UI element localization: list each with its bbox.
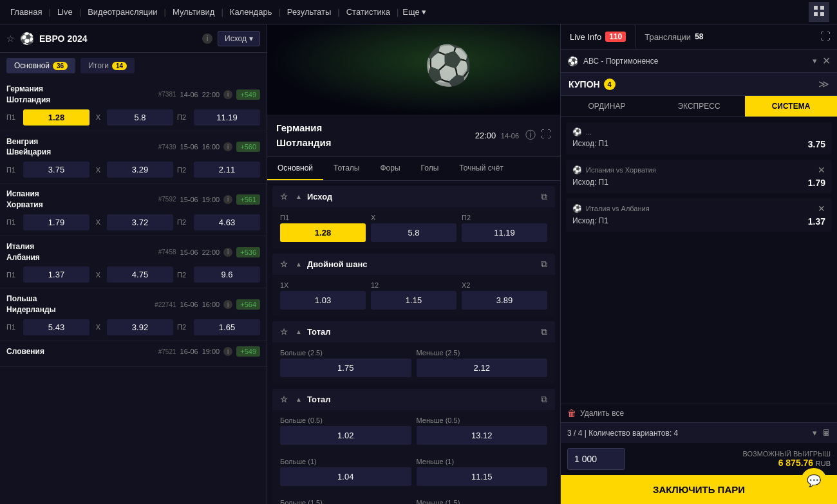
delete-all-button[interactable]: 🗑 Удалить все <box>561 404 837 422</box>
market-header[interactable]: ☆ ▲ Двойной шанс ⧉ <box>272 254 555 275</box>
market-odd-button[interactable]: 11.19 <box>462 223 547 242</box>
market-star-icon[interactable]: ☆ <box>280 327 288 337</box>
tab-main[interactable]: Основной 36 <box>6 58 75 73</box>
svg-rect-3 <box>820 12 824 16</box>
odd-p2[interactable]: 11.19 <box>194 109 260 126</box>
odd-p1[interactable]: 1.37 <box>23 266 89 283</box>
market-tab-exact[interactable]: Точный счёт <box>449 157 514 180</box>
team-close-icon[interactable]: ✕ <box>822 55 831 67</box>
market-odd-button[interactable]: 1.02 <box>280 426 411 445</box>
nav-multivid[interactable]: Мультивид <box>170 7 218 17</box>
event-plus-badge[interactable]: +549 <box>236 89 260 100</box>
odd-p1[interactable]: 5.43 <box>23 319 89 335</box>
market-copy-icon[interactable]: ⧉ <box>541 259 547 270</box>
nav-sep-4: | <box>221 7 223 17</box>
team-selector[interactable]: ⚽ АВС - Портимоненсе ▾ ✕ <box>561 50 837 73</box>
market-odd-button[interactable]: 2.12 <box>417 359 548 377</box>
bet-ball-icon: ⚽ <box>572 165 582 174</box>
market-copy-icon[interactable]: ⧉ <box>541 326 547 337</box>
odd-x[interactable]: 3.29 <box>107 162 173 178</box>
market-odd-button[interactable]: 3.89 <box>462 291 547 310</box>
expand-icon[interactable]: ⛶ <box>541 129 551 142</box>
info-icon[interactable]: i <box>202 33 212 44</box>
coupon-collapse-icon[interactable]: ≫ <box>818 78 829 90</box>
bet-type-system[interactable]: СИСТЕМА <box>745 96 837 117</box>
market-copy-icon[interactable]: ⧉ <box>541 394 547 405</box>
system-dropdown-icon[interactable]: ▾ <box>813 428 817 438</box>
nav-video[interactable]: Видеотрансляции <box>85 7 160 17</box>
odd-x[interactable]: 5.8 <box>107 109 173 126</box>
event-plus-badge[interactable]: +560 <box>236 142 260 152</box>
odd-p1[interactable]: 1.79 <box>23 214 89 230</box>
place-bet-button[interactable]: ЗАКЛЮЧИТЬ ПАРИ <box>561 475 837 504</box>
live-info-button[interactable]: Live Info 110 <box>561 25 635 48</box>
odd-p2[interactable]: 4.63 <box>194 214 260 230</box>
team-chevron-icon[interactable]: ▾ <box>813 56 817 66</box>
market-header[interactable]: ☆ ▲ Тотал ⧉ <box>272 321 555 342</box>
market-star-icon[interactable]: ☆ <box>280 259 288 269</box>
market-odd-button[interactable]: 1.15 <box>371 291 456 310</box>
stake-input[interactable] <box>567 448 625 470</box>
odd-p2[interactable]: 9.6 <box>194 266 260 283</box>
odd-x[interactable]: 4.75 <box>107 266 173 283</box>
market-odd-button[interactable]: 5.8 <box>371 223 456 242</box>
bet-close-icon[interactable]: ✕ <box>818 203 825 214</box>
market-tab-goals[interactable]: Голы <box>411 157 449 180</box>
market-block: ☆ ▲ Тотал ⧉ Больше (2.5) 1.75 Меньше (2.… <box>272 321 555 384</box>
market-odd-button[interactable]: 1.28 <box>280 223 366 242</box>
odd-p1[interactable]: 1.28 <box>23 109 89 126</box>
event-info-icon[interactable]: i <box>223 300 232 309</box>
chat-fab-button[interactable]: 💬 <box>801 468 827 494</box>
bet-ball-icon: ⚽ <box>572 127 582 136</box>
odd-x[interactable]: 3.92 <box>107 319 173 335</box>
odd-p2[interactable]: 2.11 <box>194 162 260 178</box>
event-info-icon[interactable]: i <box>223 142 232 151</box>
event-plus-badge[interactable]: +564 <box>236 299 260 310</box>
outcome-button[interactable]: Исход ▾ <box>218 31 260 46</box>
market-star-icon[interactable]: ☆ <box>280 395 288 404</box>
market-odd-item: Больше (1) 1.04 <box>280 458 411 486</box>
market-odd-button[interactable]: 11.15 <box>417 467 548 486</box>
event-info-icon[interactable]: i <box>223 347 232 356</box>
bet-description: Исход: П1 <box>572 178 608 187</box>
nav-more-button[interactable]: Еще ▾ <box>402 7 426 17</box>
tab-main-badge: 36 <box>53 62 68 70</box>
event-plus-badge[interactable]: +536 <box>236 247 260 257</box>
nav-results[interactable]: Результаты <box>285 7 334 17</box>
bet-type-ordinar[interactable]: ОРДИНАР <box>561 96 653 117</box>
event-info-icon[interactable]: i <box>223 195 232 204</box>
bet-type-express[interactable]: ЭКСПРЕСС <box>653 96 745 117</box>
odd-p1[interactable]: 3.75 <box>23 162 89 178</box>
nav-home[interactable]: Главная <box>8 7 44 17</box>
event-info-icon[interactable]: i <box>223 248 232 257</box>
market-star-icon[interactable]: ☆ <box>280 192 288 201</box>
star-icon[interactable]: ☆ <box>6 33 15 44</box>
bet-close-icon[interactable]: ✕ <box>818 165 825 175</box>
nav-calendar[interactable]: Календарь <box>227 7 275 17</box>
match-date: 14-06 <box>501 132 519 140</box>
nav-live[interactable]: Live <box>55 7 75 17</box>
right-expand-icon[interactable]: ⛶ <box>814 24 837 49</box>
nav-stats[interactable]: Статистика <box>344 7 393 17</box>
grid-layout-icon[interactable] <box>809 2 829 22</box>
event-plus-badge[interactable]: +561 <box>236 194 260 205</box>
market-header[interactable]: ☆ ▲ Тотал ⧉ <box>272 389 555 410</box>
market-tab-totals[interactable]: Тоталы <box>323 157 370 180</box>
odd-p2[interactable]: 1.65 <box>194 319 260 335</box>
market-tab-handicap[interactable]: Форы <box>370 157 410 180</box>
market-odd-button[interactable]: 1.03 <box>280 291 366 310</box>
market-tab-main[interactable]: Основной <box>267 157 323 180</box>
info-circle-icon[interactable]: ⓘ <box>525 129 536 142</box>
market-odd-button[interactable]: 13.12 <box>417 426 548 445</box>
market-odd-button[interactable]: 1.04 <box>280 467 411 486</box>
trans-button[interactable]: Трансляции 58 <box>635 26 814 48</box>
market-header[interactable]: ☆ ▲ Исход ⧉ <box>272 186 555 207</box>
market-odd-button[interactable]: 1.75 <box>280 359 411 377</box>
event-plus-badge[interactable]: +549 <box>236 346 260 357</box>
market-copy-icon[interactable]: ⧉ <box>541 191 547 202</box>
nav-sep-6: | <box>337 7 339 17</box>
odd-x[interactable]: 3.72 <box>107 214 173 230</box>
tab-results[interactable]: Итоги 14 <box>80 58 135 73</box>
event-info-icon[interactable]: i <box>223 90 232 99</box>
calculator-icon[interactable]: 🖩 <box>822 428 831 438</box>
